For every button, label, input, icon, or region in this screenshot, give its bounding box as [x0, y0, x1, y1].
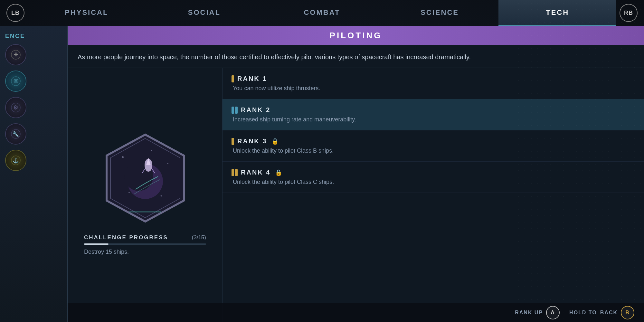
top-nav: LB PHYSICAL SOCIAL COMBAT SCIENCE TECH R… — [0, 0, 644, 26]
back-action[interactable]: HOLD TO BACK B — [569, 306, 634, 319]
tab-science[interactable]: SCIENCE — [381, 0, 499, 26]
back-label: BACK — [600, 310, 618, 316]
skill-badge — [103, 131, 187, 225]
tab-social[interactable]: SOCIAL — [146, 0, 263, 26]
skill-body: CHALLENGE PROGRESS (3/15) Destroy 15 shi… — [68, 68, 644, 322]
skill-title: PILOTING — [78, 31, 634, 41]
sidebar-item-1[interactable]: ✚ — [3, 42, 65, 67]
rank2-pip1 — [232, 107, 234, 114]
rank2-header: RANK 2 — [232, 106, 635, 114]
rank1-desc: You can now utilize ship thrusters. — [232, 85, 635, 92]
tab-tech[interactable]: TECH — [498, 0, 616, 26]
nav-tabs: PHYSICAL SOCIAL COMBAT SCIENCE TECH — [28, 0, 616, 26]
svg-text:✚: ✚ — [14, 52, 18, 57]
sidebar-skill-icon-2: ✉ — [5, 71, 26, 92]
rank3-title: RANK 3 — [237, 137, 267, 145]
svg-text:✉: ✉ — [14, 78, 18, 84]
sidebar-skill-icon-1: ✚ — [5, 44, 26, 65]
sidebar-skill-icon-3: ⚙ — [5, 97, 26, 118]
svg-point-13 — [167, 163, 168, 164]
challenge-label: CHALLENGE PROGRESS — [84, 234, 168, 241]
svg-text:⚓: ⚓ — [13, 157, 19, 164]
svg-point-16 — [151, 150, 152, 151]
svg-point-14 — [160, 195, 162, 196]
sidebar: ENCE ✚ ✉ — [0, 26, 68, 322]
sidebar-skill-icon-4: 🔧 — [5, 123, 26, 145]
challenge-section: CHALLENGE PROGRESS (3/15) Destroy 15 shi… — [74, 228, 216, 259]
svg-point-15 — [128, 192, 130, 193]
svg-text:⚙: ⚙ — [13, 104, 18, 111]
sidebar-item-2[interactable]: ✉ — [3, 69, 65, 94]
challenge-bar-bg — [84, 243, 206, 245]
content-panel: PILOTING As more people journey into spa… — [68, 26, 644, 322]
rank2-pip2 — [235, 107, 238, 114]
rank-item-2[interactable]: RANK 2 Increased ship turning rate and m… — [223, 99, 644, 130]
page-wrapper: LB PHYSICAL SOCIAL COMBAT SCIENCE TECH R… — [0, 0, 644, 322]
sidebar-items: ✚ ✉ ⚙ — [0, 42, 67, 173]
challenge-count: (3/15) — [192, 234, 206, 241]
rank2-title: RANK 2 — [241, 106, 270, 114]
sidebar-item-3[interactable]: ⚙ — [3, 95, 65, 120]
sidebar-skill-icon-5: ⚓ — [5, 150, 26, 171]
rank3-header: RANK 3 🔒 — [232, 137, 635, 145]
back-button[interactable]: B — [621, 306, 634, 319]
rank4-lock-icon: 🔒 — [275, 169, 282, 176]
challenge-header: CHALLENGE PROGRESS (3/15) — [84, 234, 206, 241]
tab-physical[interactable]: PHYSICAL — [28, 0, 146, 26]
challenge-desc: Destroy 15 ships. — [84, 249, 206, 255]
rank4-desc: Unlock the ability to pilot Class C ship… — [232, 179, 635, 185]
rank2-pips — [232, 107, 238, 114]
sidebar-item-4[interactable]: 🔧 — [3, 121, 65, 147]
bottom-bar: RANK UP A HOLD TO BACK B — [68, 303, 644, 322]
rank-item-4[interactable]: RANK 4 🔒 Unlock the ability to pilot Cla… — [223, 162, 644, 193]
rank1-header: RANK 1 — [232, 75, 635, 82]
rank3-desc: Unlock the ability to pilot Class B ship… — [232, 147, 635, 154]
rank-list: RANK 1 You can now utilize ship thruster… — [223, 68, 644, 322]
skill-left-panel: CHALLENGE PROGRESS (3/15) Destroy 15 shi… — [68, 68, 223, 322]
skill-header: PILOTING — [68, 26, 644, 45]
rank2-desc: Increased ship turning rate and maneuver… — [232, 116, 635, 123]
svg-point-12 — [122, 156, 124, 158]
rank1-pip1 — [232, 75, 234, 82]
rank4-pip1 — [232, 169, 234, 176]
rank3-lock-icon: 🔒 — [271, 138, 279, 145]
rank4-title: RANK 4 — [241, 169, 270, 176]
hold-label: HOLD TO — [569, 310, 597, 316]
lb-button[interactable]: LB — [6, 4, 24, 22]
svg-text:🔧: 🔧 — [13, 131, 19, 137]
rank4-pips — [232, 169, 238, 176]
sidebar-category-label: ENCE — [0, 29, 67, 42]
rank3-pip1 — [232, 138, 234, 145]
rank-item-3[interactable]: RANK 3 🔒 Unlock the ability to pilot Cla… — [223, 130, 644, 162]
rank4-header: RANK 4 🔒 — [232, 169, 635, 176]
rank3-pips — [232, 138, 234, 145]
skill-description: As more people journey into space, the n… — [68, 45, 644, 68]
rank1-pips — [232, 75, 234, 82]
main-layout: ENCE ✚ ✉ — [0, 26, 644, 322]
rank-up-action[interactable]: RANK UP A — [515, 306, 560, 319]
challenge-bar-fill — [84, 243, 109, 245]
rank1-title: RANK 1 — [237, 75, 267, 82]
rank-up-button[interactable]: A — [546, 306, 560, 319]
rank-up-label: RANK UP — [515, 310, 543, 316]
sidebar-item-5[interactable]: ⚓ — [3, 148, 65, 173]
tab-combat[interactable]: COMBAT — [263, 0, 381, 26]
rb-button[interactable]: RB — [620, 4, 638, 22]
rank-item-1[interactable]: RANK 1 You can now utilize ship thruster… — [223, 68, 644, 99]
rank4-pip2 — [235, 169, 238, 176]
